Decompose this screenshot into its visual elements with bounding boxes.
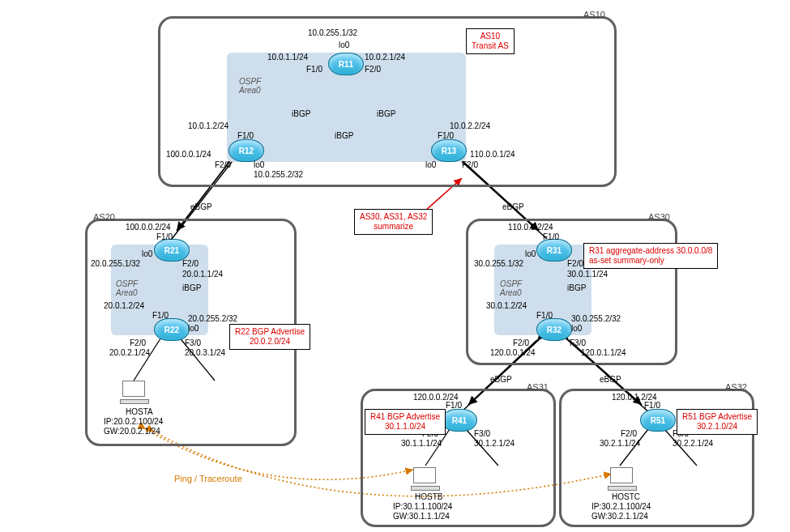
r12-f10-ip: 10.0.1.2/24 [188, 121, 228, 131]
r12-f20: F2/0 [215, 160, 231, 170]
hostc-ip: IP:30.2.1.100/24 [591, 502, 651, 512]
r21-f10: F1/0 [156, 232, 173, 242]
r32-f30: F3/0 [570, 338, 586, 348]
r21-f10-ip: 100.0.0.2/24 [126, 223, 171, 232]
r31-f20: F2/0 [567, 259, 583, 269]
hostc-name: HOSTC [612, 492, 640, 502]
r32-f10: F1/0 [536, 311, 553, 321]
router-r12: R12 [228, 139, 264, 162]
anno-r51: R51 BGP Advertise 30.2.1.0/24 [677, 409, 758, 435]
r21-f20: F2/0 [182, 259, 199, 269]
ospf-as30-label: OSPF Area0 [500, 279, 522, 297]
anno-summ: AS30, AS31, AS32 summarize [354, 209, 433, 235]
router-r41: R41 [442, 409, 477, 432]
router-r21: R21 [154, 239, 190, 262]
r51-f30-ip: 30.2.2.1/24 [673, 439, 713, 449]
r51-f20-ip: 30.2.1.1/24 [600, 439, 640, 449]
r21-f20-ip: 20.0.1.1/24 [182, 270, 223, 279]
router-r11: R11 [328, 53, 364, 75]
r22-f20: F2/0 [130, 338, 146, 348]
router-r32: R32 [536, 318, 572, 341]
ibgp-1: iBGP [292, 109, 310, 119]
hosta-ip: IP:20.0.2.100/24 [104, 417, 163, 427]
r11-f10-ip: 10.0.1.1/24 [267, 53, 308, 62]
r32-f30-ip: 120.0.1.1/24 [581, 348, 626, 358]
r31-lo0: lo0 [525, 249, 536, 259]
r22-f20-ip: 20.0.2.1/24 [109, 348, 150, 358]
r11-lo0: lo0 [339, 40, 349, 50]
r13-f10: F1/0 [438, 131, 454, 141]
r31-f10-ip: 110.0.0.2/24 [508, 223, 553, 232]
ebgp-r32r41: eBGP [490, 375, 512, 385]
router-r31: R31 [536, 239, 572, 262]
ospf-as10-label: OSPF Area0 [239, 77, 261, 95]
anno-r41: R41 BGP Advertise 30.1.1.0/24 [365, 409, 446, 435]
hosta-name: HOSTA [126, 407, 153, 417]
r51-f10: F1/0 [644, 401, 660, 411]
as32-label: AS32 [725, 382, 747, 392]
r13-f10-ip: 10.0.2.2/24 [450, 121, 490, 131]
r22-f10: F1/0 [152, 311, 169, 321]
anno-as10: AS10 Transit AS [466, 28, 515, 54]
r21-lo0: lo0 [142, 249, 152, 259]
r31-f10: F1/0 [543, 232, 559, 242]
ping-label: Ping / Traceroute [174, 474, 242, 483]
ebgp-r13r31: eBGP [502, 202, 524, 212]
hostb-ip: IP:30.1.1.100/24 [393, 502, 452, 512]
r32-f10-ip: 30.0.1.2/24 [486, 301, 527, 311]
anno-r22: R22 BGP Advertise 20.0.2.0/24 [229, 324, 310, 350]
r12-f10: F1/0 [237, 131, 254, 141]
r13-lo0: lo0 [425, 160, 436, 170]
r11-lo0-ip: 10.0.255.1/32 [308, 28, 357, 38]
as31-label: AS31 [527, 382, 549, 392]
r13-f20: F2/0 [462, 160, 478, 170]
r41-f10: F1/0 [446, 401, 462, 411]
ibgp-3: iBGP [335, 131, 353, 141]
r32-lo0-ip: 30.0.255.2/32 [571, 314, 621, 324]
r41-f20-ip: 30.1.1.1/24 [401, 439, 442, 449]
r32-lo0: lo0 [571, 324, 582, 334]
router-r51: R51 [640, 409, 676, 432]
ebgp-r32r51: eBGP [600, 375, 621, 385]
r13-f20-ip: 110.0.0.1/24 [470, 150, 515, 160]
r22-f30-ip: 20.0.3.1/24 [185, 348, 225, 358]
r41-f30-ip: 30.1.2.1/24 [474, 439, 515, 449]
r32-f20: F2/0 [513, 338, 529, 348]
hostc-gw: GW:30.2.1.1/24 [591, 512, 648, 521]
hostb-name: HOSTB [415, 492, 442, 502]
r22-f30: F3/0 [185, 338, 201, 348]
r31-lo0-ip: 30.0.255.1/32 [474, 259, 523, 269]
r32-f20-ip: 120.0.0.1/24 [490, 348, 536, 358]
r12-f20-ip: 100.0.0.1/24 [166, 150, 211, 160]
as30-label: AS30 [648, 212, 670, 222]
r12-lo0-ip: 10.0.255.2/32 [254, 170, 303, 180]
r31-f20-ip: 30.0.1.1/24 [567, 270, 608, 279]
as20-label: AS20 [93, 212, 115, 222]
as10-label: AS10 [583, 10, 605, 19]
r12-lo0: lo0 [254, 160, 264, 170]
r11-f20: F2/0 [365, 65, 381, 74]
r41-f30: F3/0 [474, 429, 490, 439]
host-a [120, 381, 147, 405]
ospf-as20-label: OSPF Area0 [116, 279, 138, 297]
r22-f10-ip: 20.0.1.2/24 [104, 301, 144, 311]
r11-f20-ip: 10.0.2.1/24 [365, 53, 405, 62]
host-b [411, 467, 438, 492]
network-diagram: AS10 OSPF Area0 R11 R12 R13 10.0.255.1/3… [0, 0, 790, 532]
host-c [608, 467, 635, 492]
ebgp-r12r21: eBGP [190, 202, 212, 212]
ibgp-2: iBGP [377, 109, 395, 119]
hostb-gw: GW:30.1.1.1/24 [393, 512, 450, 521]
anno-r31: R31 aggregate-address 30.0.0.0/8 as-set … [583, 243, 718, 269]
r22-lo0: lo0 [188, 324, 199, 334]
r21-lo0-ip: 20.0.255.1/32 [91, 259, 140, 269]
router-r13: R13 [431, 139, 467, 162]
router-r22: R22 [154, 318, 190, 341]
ibgp-as30: iBGP [567, 283, 586, 293]
r22-lo0-ip: 20.0.255.2/32 [188, 314, 237, 324]
hosta-gw: GW:20.0.2.1/24 [104, 427, 160, 436]
ibgp-as20: iBGP [182, 283, 201, 293]
r11-f10: F1/0 [306, 65, 322, 74]
r51-f20: F2/0 [621, 429, 637, 439]
